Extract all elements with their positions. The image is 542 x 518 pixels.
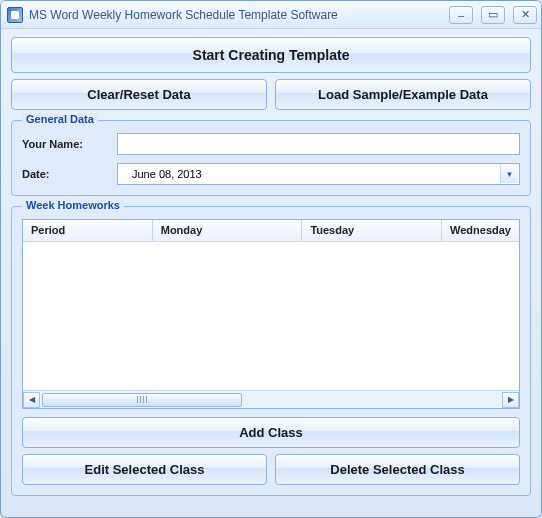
edit-selected-class-button[interactable]: Edit Selected Class <box>22 454 267 485</box>
general-data-legend: General Data <box>22 113 98 125</box>
week-homeworks-legend: Week Homeworks <box>22 199 124 211</box>
date-picker[interactable]: June 08, 2013 ▼ <box>117 163 520 185</box>
load-sample-button[interactable]: Load Sample/Example Data <box>275 79 531 110</box>
close-button[interactable]: ✕ <box>513 6 537 24</box>
horizontal-scrollbar[interactable]: ◀ ▶ <box>23 390 519 408</box>
date-label: Date: <box>22 168 117 180</box>
homeworks-listview[interactable]: Period Monday Tuesday Wednesday ◀ ▶ <box>22 219 520 409</box>
scroll-track[interactable] <box>40 392 502 408</box>
general-data-group: General Data Your Name: Date: June 08, 2… <box>11 120 531 196</box>
clear-reset-button[interactable]: Clear/Reset Data <box>11 79 267 110</box>
chevron-down-icon[interactable]: ▼ <box>500 165 518 183</box>
app-window: MS Word Weekly Homework Schedule Templat… <box>0 0 542 518</box>
maximize-button[interactable]: ▭ <box>481 6 505 24</box>
scroll-right-arrow-icon[interactable]: ▶ <box>502 392 519 408</box>
delete-selected-class-button[interactable]: Delete Selected Class <box>275 454 520 485</box>
date-value: June 08, 2013 <box>132 168 202 180</box>
col-period[interactable]: Period <box>23 220 153 241</box>
col-wednesday[interactable]: Wednesday <box>442 220 519 241</box>
scroll-thumb[interactable] <box>42 393 242 407</box>
name-label: Your Name: <box>22 138 117 150</box>
start-creating-button[interactable]: Start Creating Template <box>11 37 531 73</box>
titlebar: MS Word Weekly Homework Schedule Templat… <box>1 1 541 29</box>
app-icon <box>7 7 23 23</box>
add-class-button[interactable]: Add Class <box>22 417 520 448</box>
listview-body[interactable] <box>23 242 519 390</box>
col-tuesday[interactable]: Tuesday <box>302 220 442 241</box>
scroll-left-arrow-icon[interactable]: ◀ <box>23 392 40 408</box>
listview-header: Period Monday Tuesday Wednesday <box>23 220 519 242</box>
window-title: MS Word Weekly Homework Schedule Templat… <box>29 8 441 22</box>
week-homeworks-group: Week Homeworks Period Monday Tuesday Wed… <box>11 206 531 496</box>
name-input[interactable] <box>117 133 520 155</box>
content-area: Start Creating Template Clear/Reset Data… <box>1 29 541 506</box>
col-monday[interactable]: Monday <box>153 220 303 241</box>
minimize-button[interactable]: – <box>449 6 473 24</box>
